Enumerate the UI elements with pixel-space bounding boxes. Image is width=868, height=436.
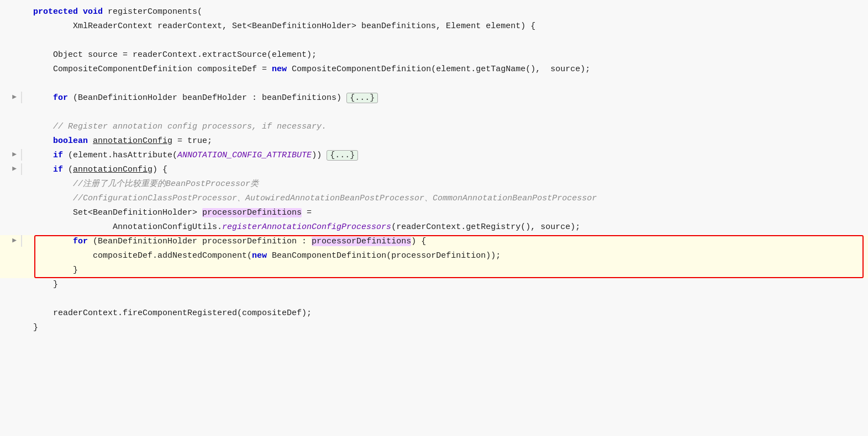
code-line-11: ▶ if (element.hasAttribute(ANNOTATION_CO… — [0, 149, 868, 163]
line-content-7: for (BeanDefinitionHolder beanDefHolder … — [22, 92, 868, 105]
code-line-10: boolean annotationConfig = true; — [0, 135, 868, 149]
line-content-16: AnnotationConfigUtils.registerAnnotation… — [22, 221, 868, 234]
line-content-10: boolean annotationConfig = true; — [22, 135, 868, 148]
line-content-19: } — [22, 264, 868, 277]
code-line-15: Set<BeanDefinitionHolder> processorDefin… — [0, 206, 868, 221]
code-line-20: } — [0, 278, 868, 293]
line-content-21 — [22, 293, 868, 306]
code-line-13: //注册了几个比较重要的BeanPostProcessor类 — [0, 178, 868, 192]
line-content-15: Set<BeanDefinitionHolder> processorDefin… — [22, 206, 868, 220]
line-content-4: Object source = readerContext.extractSou… — [22, 49, 868, 62]
code-line-12: ▶ if (annotationConfig) { — [0, 163, 868, 178]
line-content-11: if (element.hasAttribute(ANNOTATION_CONF… — [22, 149, 868, 162]
line-content-9: // Register annotation config processors… — [22, 120, 868, 134]
line-content-6 — [22, 77, 868, 91]
code-line-3 — [0, 34, 868, 49]
code-line-21 — [0, 293, 868, 307]
gutter-11: ▶ — [0, 149, 22, 161]
code-line-23: } — [0, 321, 868, 336]
code-line-17: ▶ for (BeanDefinitionHolder processorDef… — [0, 235, 868, 249]
line-content-1: protected void registerComponents( — [22, 6, 868, 19]
code-line-7: ▶ for (BeanDefinitionHolder beanDefHolde… — [0, 92, 868, 106]
line-content-17: for (BeanDefinitionHolder processorDefin… — [22, 235, 868, 248]
code-line-9: // Register annotation config processors… — [0, 120, 868, 135]
gutter-17: ▶ — [0, 235, 22, 247]
gutter-12: ▶ — [0, 163, 22, 175]
code-line-22: readerContext.fireComponentRegistered(co… — [0, 307, 868, 321]
code-viewer: protected void registerComponents( XmlRe… — [0, 0, 868, 436]
code-line-16: AnnotationConfigUtils.registerAnnotation… — [0, 221, 868, 235]
line-content-23: } — [22, 321, 868, 334]
line-content-3 — [22, 34, 868, 47]
line-content-22: readerContext.fireComponentRegistered(co… — [22, 307, 868, 320]
line-content-8 — [22, 106, 868, 119]
code-line-5: CompositeComponentDefinition compositeDe… — [0, 63, 868, 77]
line-content-20: } — [22, 278, 868, 291]
code-line-2: XmlReaderContext readerContext, Set<Bean… — [0, 20, 868, 34]
code-line-8 — [0, 106, 868, 120]
line-content-5: CompositeComponentDefinition compositeDe… — [22, 63, 868, 76]
line-content-2: XmlReaderContext readerContext, Set<Bean… — [22, 20, 868, 33]
code-line-18: compositeDef.addNestedComponent(new Bean… — [0, 249, 868, 264]
code-line-1: protected void registerComponents( — [0, 6, 868, 20]
code-line-19: } — [0, 264, 868, 278]
line-content-12: if (annotationConfig) { — [22, 163, 868, 177]
code-line-6 — [0, 77, 868, 92]
gutter-7: ▶ — [0, 92, 22, 103]
code-line-14: //ConfigurationClassPostProcessor、Autowi… — [0, 192, 868, 206]
line-content-14: //ConfigurationClassPostProcessor、Autowi… — [22, 192, 868, 205]
code-line-4: Object source = readerContext.extractSou… — [0, 49, 868, 63]
line-content-18: compositeDef.addNestedComponent(new Bean… — [22, 249, 868, 263]
line-content-13: //注册了几个比较重要的BeanPostProcessor类 — [22, 178, 868, 191]
